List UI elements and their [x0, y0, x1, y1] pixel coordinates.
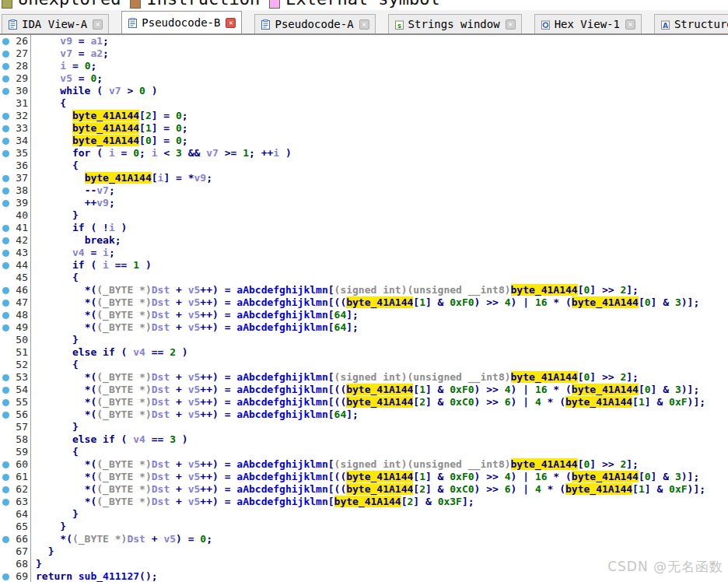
highlighted-symbol[interactable]: byte_41A144	[346, 384, 413, 395]
address-dot-cell	[0, 287, 12, 294]
code-text[interactable]: ++v9;	[31, 197, 115, 209]
code-text[interactable]: *((_BYTE *)Dst + v5++) = aAbcdefghijklmn…	[31, 296, 699, 309]
code-text[interactable]: *((_BYTE *)Dst + v5++) = aAbcdefghijklmn…	[31, 396, 705, 408]
highlighted-symbol[interactable]: byte_41A144	[72, 122, 139, 134]
code-text[interactable]: --v7;	[31, 184, 115, 197]
highlighted-symbol[interactable]: byte_41A144	[334, 496, 401, 507]
highlighted-symbol[interactable]: byte_41A144	[511, 371, 578, 383]
hex-view-icon	[541, 19, 551, 30]
code-line: 44 if ( i == 1 )	[0, 259, 728, 272]
code-line: 56 *((_BYTE *)Dst + v5++) = aAbcdefghijk…	[0, 408, 728, 421]
tab-close-icon[interactable]: ✕	[625, 19, 635, 30]
address-dot-icon	[2, 374, 9, 381]
code-text[interactable]: *((_BYTE *)Dst + v5++) = aAbcdefghijklmn…	[31, 471, 699, 483]
code-line: 47 *((_BYTE *)Dst + v5++) = aAbcdefghijk…	[0, 296, 728, 309]
address-dot-cell	[0, 399, 12, 406]
code-text[interactable]: }	[31, 508, 79, 521]
code-text[interactable]: if ( !i )	[31, 222, 127, 234]
code-text[interactable]: else if ( v4 == 3 )	[31, 433, 188, 446]
highlighted-symbol[interactable]: byte_41A144	[565, 483, 632, 495]
code-line: 29 v5 = 0;	[0, 72, 728, 85]
highlighted-symbol[interactable]: byte_41A144	[72, 110, 139, 121]
line-number: 48	[12, 309, 31, 321]
line-number: 53	[12, 371, 31, 384]
highlighted-symbol[interactable]: byte_41A144	[511, 458, 578, 470]
code-text[interactable]: break;	[31, 234, 121, 247]
code-text[interactable]: *((_BYTE *)Dst + v5++) = aAbcdefghijklmn…	[31, 458, 639, 471]
legend-item-external-symbol: External symbol	[269, 0, 440, 9]
line-number: 44	[12, 259, 31, 272]
address-dot-icon	[2, 138, 9, 145]
code-text[interactable]: }	[31, 209, 79, 222]
highlighted-symbol[interactable]: byte_41A144	[346, 396, 413, 408]
code-text[interactable]: v5 = 0;	[31, 72, 103, 85]
highlighted-symbol[interactable]: byte_41A144	[572, 471, 639, 482]
tab-pseudocode-a[interactable]: Pseudocode-A✕	[254, 14, 375, 33]
highlighted-symbol[interactable]: byte_41A144	[565, 396, 632, 408]
code-text[interactable]: }	[31, 545, 54, 558]
code-text[interactable]: *((_BYTE *)Dst + v5++) = aAbcdefghijklmn…	[31, 483, 705, 496]
highlighted-symbol[interactable]: byte_41A144	[572, 296, 639, 308]
code-text[interactable]: {	[31, 359, 79, 371]
code-text[interactable]: }	[31, 521, 66, 533]
code-text[interactable]: v7 = a2;	[31, 47, 109, 60]
line-number: 42	[12, 234, 31, 247]
address-dot-cell	[0, 125, 12, 132]
address-dot-cell	[0, 312, 12, 319]
code-text[interactable]: i = 0;	[31, 60, 96, 72]
highlighted-symbol[interactable]: byte_41A144	[346, 483, 413, 495]
code-text[interactable]: *((_BYTE *)Dst + v5++) = aAbcdefghijklmn…	[31, 408, 359, 421]
tab-close-icon[interactable]: ✕	[359, 19, 369, 30]
highlighted-symbol[interactable]: byte_41A144	[72, 135, 139, 146]
code-text[interactable]: for ( i = 0; i < 3 && v7 >= 1; ++i )	[31, 147, 292, 160]
code-text[interactable]: {	[31, 97, 66, 110]
code-text[interactable]: v9 = a1;	[31, 35, 109, 47]
tab-close-icon[interactable]: ✕	[226, 18, 236, 28]
code-text[interactable]: byte_41A144[2] = 0;	[31, 110, 188, 122]
code-text[interactable]: *((_BYTE *)Dst + v5++) = aAbcdefghijklmn…	[31, 371, 639, 384]
tab-hex-view-1[interactable]: Hex View-1✕	[534, 14, 642, 33]
code-text[interactable]: *((_BYTE *)Dst + v5++) = aAbcdefghijklmn…	[31, 284, 639, 296]
code-text[interactable]: {	[31, 446, 79, 458]
code-text[interactable]: *((_BYTE *)Dst + v5++) = aAbcdefghijklmn…	[31, 309, 359, 321]
tab-close-icon[interactable]: ✕	[506, 19, 516, 30]
line-number: 30	[12, 85, 31, 97]
address-dot-icon	[2, 237, 9, 244]
highlighted-symbol[interactable]: byte_41A144	[346, 296, 413, 308]
code-text[interactable]: *((_BYTE *)Dst + v5++) = aAbcdefghijklmn…	[31, 384, 699, 396]
code-text[interactable]: v4 = i;	[31, 247, 115, 259]
highlighted-symbol[interactable]: byte_41A144	[572, 384, 639, 395]
code-text[interactable]: byte_41A144[1] = 0;	[31, 122, 188, 135]
line-number: 63	[12, 496, 31, 508]
address-dot-cell	[0, 63, 12, 70]
tab-ida-view-a[interactable]: IDA View-A✕	[2, 14, 109, 33]
code-text[interactable]: }	[31, 334, 79, 346]
code-text[interactable]: {	[31, 160, 79, 172]
code-text[interactable]: }	[31, 558, 42, 570]
code-text[interactable]: }	[31, 421, 79, 433]
highlighted-symbol[interactable]: byte_41A144	[511, 284, 578, 296]
code-text[interactable]: {	[31, 272, 79, 284]
code-text[interactable]: else if ( v4 == 2 )	[31, 346, 188, 359]
code-text[interactable]: *((_BYTE *)Dst + v5++) = aAbcdefghijklmn…	[31, 321, 359, 334]
line-number: 67	[12, 545, 31, 558]
highlighted-symbol[interactable]: byte_41A144	[346, 471, 413, 482]
highlighted-symbol[interactable]: byte_41A144	[85, 172, 152, 184]
tab-pseudocode-b[interactable]: Pseudocode-B✕	[121, 11, 242, 33]
address-dot-icon	[2, 461, 9, 468]
tab-close-icon[interactable]: ✕	[93, 19, 103, 30]
code-text[interactable]: byte_41A144[i] = *v9;	[31, 172, 212, 184]
code-text[interactable]: *((_BYTE *)Dst + v5) = 0;	[31, 533, 212, 545]
code-text[interactable]: return sub_411127();	[31, 570, 158, 582]
tab-structure[interactable]: AStructure	[654, 14, 728, 33]
line-number: 40	[12, 209, 31, 222]
address-dot-icon	[2, 125, 9, 132]
code-text[interactable]: *((_BYTE *)Dst + v5++) = aAbcdefghijklmn…	[31, 496, 474, 508]
line-number: 68	[12, 558, 31, 570]
tab-strings-window[interactable]: sStrings window✕	[388, 14, 522, 33]
code-text[interactable]: while ( v7 > 0 )	[31, 85, 158, 97]
code-line: 48 *((_BYTE *)Dst + v5++) = aAbcdefghijk…	[0, 309, 728, 321]
code-text[interactable]: if ( i == 1 )	[31, 259, 152, 272]
line-number: 33	[12, 122, 31, 135]
code-text[interactable]: byte_41A144[0] = 0;	[31, 135, 188, 147]
